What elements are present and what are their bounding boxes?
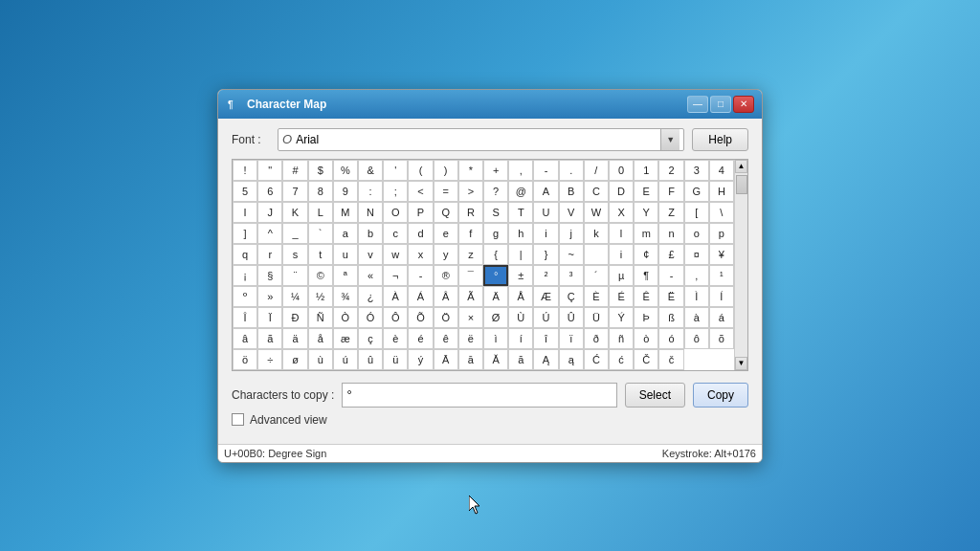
char-cell[interactable]: l — [609, 223, 634, 244]
char-cell[interactable]: J — [257, 202, 282, 223]
char-cell[interactable]: ] — [233, 223, 257, 244]
char-cell[interactable]: 6 — [257, 181, 282, 202]
char-cell[interactable]: 4 — [709, 160, 734, 181]
char-cell[interactable]: v — [358, 244, 383, 265]
char-cell[interactable]: ² — [533, 265, 558, 286]
advanced-view-checkbox[interactable] — [232, 413, 244, 426]
char-cell[interactable]: / — [584, 160, 609, 181]
char-cell[interactable]: ¨ — [282, 265, 307, 286]
char-cell[interactable]: G — [684, 181, 709, 202]
char-cell[interactable]: ö — [233, 349, 257, 370]
char-cell[interactable]: X — [609, 202, 634, 223]
char-cell[interactable]: ¾ — [333, 286, 358, 307]
maximize-button[interactable]: □ — [710, 96, 731, 113]
char-cell[interactable]: ¹ — [709, 265, 734, 286]
char-cell[interactable]: Ā — [434, 349, 458, 370]
char-cell[interactable]: § — [257, 265, 282, 286]
char-cell[interactable]: Ü — [584, 307, 609, 328]
char-cell[interactable]: æ — [333, 328, 358, 349]
char-cell[interactable]: ¿ — [358, 286, 383, 307]
char-cell[interactable]: \ — [709, 202, 734, 223]
char-cell[interactable]: ~ — [559, 244, 584, 265]
char-cell[interactable]: H — [709, 181, 734, 202]
char-cell[interactable]: 5 — [233, 181, 257, 202]
char-cell[interactable]: " — [257, 160, 282, 181]
char-cell[interactable]: č — [658, 349, 683, 370]
char-cell[interactable]: - — [408, 265, 433, 286]
char-cell[interactable]: j — [559, 223, 584, 244]
char-cell[interactable]: & — [358, 160, 383, 181]
char-cell[interactable]: å — [308, 328, 333, 349]
char-cell[interactable]: | — [508, 244, 533, 265]
char-cell[interactable]: Ö — [434, 307, 458, 328]
font-dropdown[interactable]: O Arial ▼ — [278, 128, 684, 151]
char-cell[interactable]: Î — [233, 307, 257, 328]
char-cell[interactable]: x — [408, 244, 433, 265]
char-cell[interactable]: ± — [508, 265, 533, 286]
char-cell[interactable]: $ — [308, 160, 333, 181]
char-cell[interactable]: õ — [709, 328, 734, 349]
char-cell[interactable]: ä — [282, 328, 307, 349]
char-cell[interactable]: g — [483, 223, 508, 244]
char-cell[interactable]: ý — [408, 349, 433, 370]
char-cell[interactable]: } — [533, 244, 558, 265]
char-cell[interactable]: Ò — [333, 307, 358, 328]
char-cell[interactable]: ¯ — [458, 265, 483, 286]
char-cell[interactable]: Ą — [533, 349, 558, 370]
char-cell[interactable]: U — [533, 202, 558, 223]
char-cell[interactable]: Ã — [458, 286, 483, 307]
char-cell[interactable]: Ñ — [308, 307, 333, 328]
char-cell[interactable]: Ô — [383, 307, 408, 328]
char-cell[interactable]: ¡ — [233, 265, 257, 286]
scroll-thumb[interactable] — [736, 175, 747, 194]
char-cell[interactable]: Â — [434, 286, 458, 307]
char-cell[interactable]: Û — [559, 307, 584, 328]
char-cell[interactable]: I — [233, 202, 257, 223]
char-cell[interactable]: m — [634, 223, 658, 244]
char-cell[interactable]: È — [584, 286, 609, 307]
char-cell[interactable]: Æ — [533, 286, 558, 307]
char-cell[interactable]: ( — [408, 160, 433, 181]
char-cell[interactable]: W — [584, 202, 609, 223]
char-cell[interactable]: Ó — [358, 307, 383, 328]
help-button[interactable]: Help — [692, 128, 748, 151]
scroll-down-button[interactable]: ▼ — [735, 357, 747, 370]
font-dropdown-arrow[interactable]: ▼ — [660, 129, 679, 150]
char-cell[interactable]: ô — [684, 328, 709, 349]
char-cell[interactable]: É — [609, 286, 634, 307]
char-cell[interactable]: o — [684, 223, 709, 244]
char-cell[interactable]: Ä — [483, 286, 508, 307]
char-cell[interactable]: f — [458, 223, 483, 244]
char-cell[interactable]: ` — [308, 223, 333, 244]
char-cell[interactable]: Y — [634, 202, 658, 223]
char-cell[interactable]: Ç — [559, 286, 584, 307]
minimize-button[interactable]: — — [687, 96, 708, 113]
char-cell[interactable]: M — [333, 202, 358, 223]
char-cell[interactable]: D — [609, 181, 634, 202]
char-cell[interactable]: 9 — [333, 181, 358, 202]
char-cell[interactable]: ½ — [308, 286, 333, 307]
char-cell[interactable]: 1 — [634, 160, 658, 181]
char-cell[interactable]: í — [508, 328, 533, 349]
char-cell[interactable]: 0 — [609, 160, 634, 181]
char-cell[interactable]: Č — [634, 349, 658, 370]
char-cell[interactable]: ó — [658, 328, 683, 349]
char-cell[interactable]: 3 — [684, 160, 709, 181]
char-cell[interactable]: N — [358, 202, 383, 223]
char-cell[interactable]: ¶ — [634, 265, 658, 286]
char-cell[interactable]: A — [533, 181, 558, 202]
char-cell[interactable]: Ê — [634, 286, 658, 307]
char-cell[interactable]: ; — [383, 181, 408, 202]
char-cell[interactable]: Ø — [483, 307, 508, 328]
char-cell[interactable]: ü — [383, 349, 408, 370]
char-cell[interactable]: q — [233, 244, 257, 265]
char-cell[interactable]: Ð — [282, 307, 307, 328]
char-cell[interactable]: ¬ — [383, 265, 408, 286]
char-cell[interactable]: b — [358, 223, 383, 244]
char-cell[interactable]: ' — [383, 160, 408, 181]
char-cell[interactable]: p — [709, 223, 734, 244]
char-cell[interactable]: Ë — [658, 286, 683, 307]
char-cell[interactable]: ¥ — [709, 244, 734, 265]
char-cell[interactable]: ā — [458, 349, 483, 370]
char-cell[interactable]: ò — [634, 328, 658, 349]
